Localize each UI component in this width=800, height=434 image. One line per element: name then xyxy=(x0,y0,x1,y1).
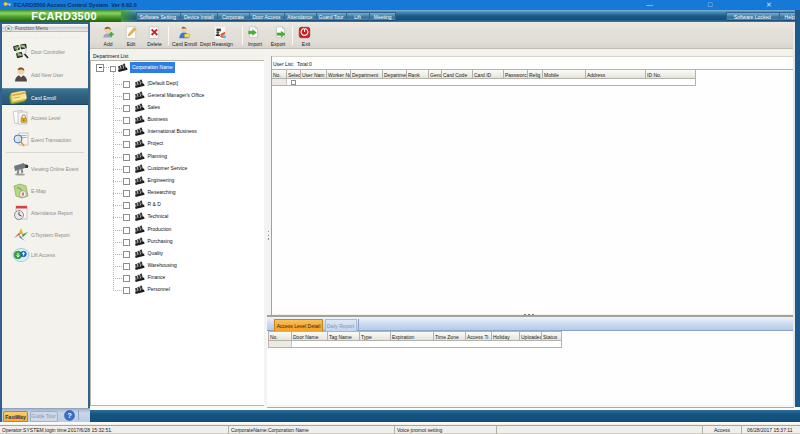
svg-text:?: ? xyxy=(67,411,72,420)
